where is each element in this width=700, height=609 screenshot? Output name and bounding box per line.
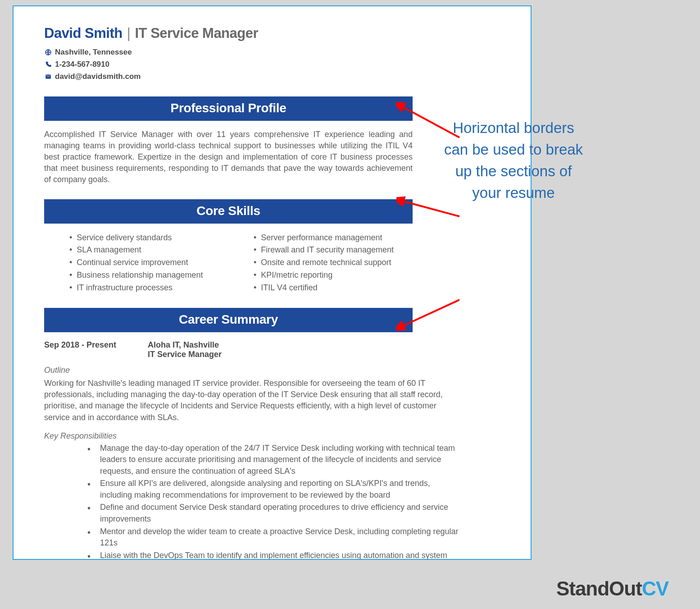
kr-item: Ensure all KPI's are delivered, alongsid… [87, 478, 463, 501]
section-bar-career: Career Summary [44, 308, 413, 332]
section-career: Career Summary Sep 2018 - Present Aloha … [44, 308, 504, 560]
brand-text-1: StandOut [556, 577, 642, 600]
brand-text-2: CV [642, 577, 668, 600]
person-title: IT Service Manager [135, 25, 258, 41]
profile-text: Accomplished IT Service Manager with ove… [44, 129, 413, 186]
skill-item: Continual service improvement [69, 256, 228, 269]
kr-item: Liaise with the DevOps Team to identify … [87, 550, 463, 560]
section-bar-profile: Professional Profile [44, 96, 413, 121]
kr-item: Define and document Service Desk standar… [87, 502, 463, 525]
key-responsibilities-label: Key Responsibilities [44, 431, 504, 441]
skill-item: ITIL V4 certified [254, 282, 413, 294]
separator: | [127, 25, 131, 41]
career-row: Sep 2018 - Present Aloha IT, Nashville I… [44, 340, 413, 359]
outline-label: Outline [44, 366, 504, 375]
career-dates: Sep 2018 - Present [44, 340, 148, 359]
contact-phone: 1-234-567-8910 [55, 58, 109, 70]
skill-item: Firewall and IT security management [254, 244, 413, 256]
career-role: IT Service Manager [148, 350, 413, 359]
outline-text: Working for Nashville's leading managed … [44, 378, 450, 423]
skill-item: Onsite and remote technical support [254, 256, 413, 269]
contact-location-row: Nashville, Tennessee [44, 46, 504, 58]
kr-item: Mentor and develop the wider team to cre… [87, 526, 463, 549]
skill-item: IT infrastructure processes [69, 282, 228, 294]
skills-columns: Service delivery standards SLA managemen… [44, 232, 413, 294]
contact-email-row: david@davidsmith.com [44, 70, 504, 82]
kr-item: Manage the day-to-day operation of the 2… [87, 443, 463, 477]
key-responsibilities-list: Manage the day-to-day operation of the 2… [44, 443, 463, 560]
skill-item: KPI/metric reporting [254, 269, 413, 282]
resume-page: David Smith | IT Service Manager Nashvil… [13, 5, 532, 560]
contact-location: Nashville, Tennessee [55, 46, 132, 58]
section-bar-skills: Core Skills [44, 199, 413, 224]
phone-icon [44, 60, 52, 69]
contact-phone-row: 1-234-567-8910 [44, 58, 504, 70]
globe-icon [44, 48, 52, 56]
skills-col-right: Server performance management Firewall a… [228, 232, 413, 294]
section-profile: Professional Profile Accomplished IT Ser… [44, 96, 504, 186]
skill-item: Business relationship management [69, 269, 228, 282]
header-line: David Smith | IT Service Manager [44, 25, 504, 41]
contact-email: david@davidsmith.com [55, 70, 141, 82]
contact-block: Nashville, Tennessee 1-234-567-8910 davi… [44, 46, 504, 83]
career-company: Aloha IT, Nashville [148, 340, 413, 350]
annotation-text: Horizontal borders can be used to break … [444, 117, 583, 203]
brand-logo: StandOutCV [556, 577, 668, 600]
skill-item: Server performance management [254, 232, 413, 244]
section-skills: Core Skills Service delivery standards S… [44, 199, 504, 294]
person-name: David Smith [44, 25, 123, 41]
skills-col-left: Service delivery standards SLA managemen… [44, 232, 228, 294]
skill-item: SLA management [69, 244, 228, 256]
skill-item: Service delivery standards [69, 232, 228, 244]
email-icon [44, 73, 52, 81]
